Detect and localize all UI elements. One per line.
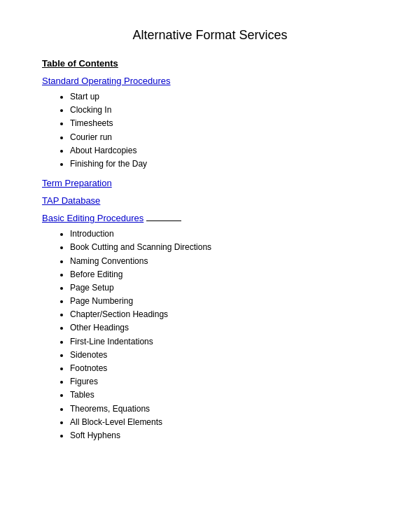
standard-operating-link[interactable]: Standard Operating Procedures — [42, 76, 378, 86]
list-item: Finishing for the Day — [70, 158, 378, 171]
basic-editing-heading-line: Basic Editing Procedures — [42, 213, 378, 223]
list-item: Soft Hyphens — [70, 429, 378, 442]
list-item: Footnotes — [70, 362, 378, 375]
list-item: Courier run — [70, 131, 378, 144]
list-item: Page Setup — [70, 281, 378, 295]
standard-operating-list: Start up Clocking In Timesheets Courier … — [70, 90, 378, 171]
list-item: Figures — [70, 375, 378, 388]
list-item: Sidenotes — [70, 349, 378, 362]
list-item: Other Headings — [70, 321, 378, 335]
standard-operating-section: Standard Operating Procedures Start up C… — [42, 76, 378, 171]
tap-database-section: TAP Database — [42, 195, 378, 206]
list-item: First-Line Indentations — [70, 335, 378, 349]
term-preparation-section: Term Preparation — [42, 178, 378, 188]
list-item: Book Cutting and Scanning Directions — [70, 241, 378, 254]
list-item: Tables — [70, 388, 378, 402]
toc-section: Table of Contents — [42, 58, 378, 69]
list-item: Start up — [70, 90, 378, 104]
list-item: Chapter/Section Headings — [70, 308, 378, 321]
term-preparation-link[interactable]: Term Preparation — [42, 178, 378, 188]
basic-editing-section: Basic Editing Procedures Introduction Bo… — [42, 213, 378, 442]
list-item: Theorems, Equations — [70, 402, 378, 416]
page-container: Alternative Format Services Table of Con… — [0, 0, 420, 511]
basic-editing-link[interactable]: Basic Editing Procedures — [42, 213, 144, 223]
list-item: Introduction — [70, 227, 378, 241]
basic-editing-list: Introduction Book Cutting and Scanning D… — [70, 227, 378, 442]
page-title: Alternative Format Services — [42, 28, 378, 43]
list-item: Page Numbering — [70, 295, 378, 308]
tap-database-link[interactable]: TAP Database — [42, 195, 378, 206]
list-item: Before Editing — [70, 268, 378, 281]
list-item: About Hardcopies — [70, 144, 378, 158]
list-item: All Block-Level Elements — [70, 416, 378, 429]
basic-editing-underline-decoration — [146, 220, 181, 221]
list-item: Clocking In — [70, 104, 378, 117]
list-item: Timesheets — [70, 117, 378, 130]
toc-heading: Table of Contents — [42, 58, 378, 69]
list-item: Naming Conventions — [70, 255, 378, 268]
